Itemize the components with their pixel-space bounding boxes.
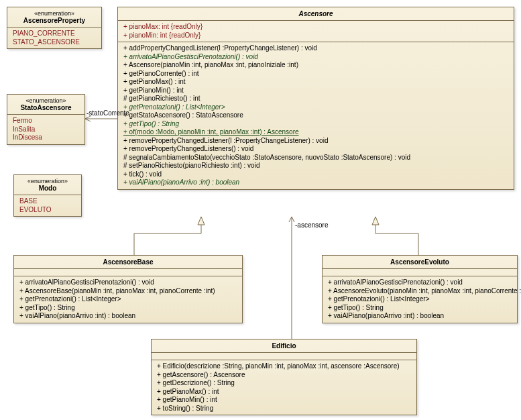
operation: + getPrenotazioni() : List<Integer> [123,103,508,112]
operation: + getPianoMax() : int [123,78,508,87]
class-title: AscensoreEvoluto [323,256,517,268]
operation: + removePropertyChangedListeners() : voi… [123,145,508,154]
enum-ascensore-property: «enumeration» AscensoreProperty PIANO_CO… [7,7,102,49]
operation: + tick() : void [123,170,508,179]
class-operations: + addPropertyChangedListener(l :Property… [118,42,514,189]
class-ascensore-evoluto: AscensoreEvoluto + arrivatoAlPianoGestis… [322,255,518,323]
enum-modo: «enumeration» Modo BASE EVOLUTO [13,174,82,217]
operation: + removePropertyChangedListener(l :Prope… [123,137,508,146]
class-operations: + arrivatoAlPianoGestisciPrenotazioni() … [323,276,517,323]
class-operations: + arrivatoAlPianoGestisciPrenotazioni() … [14,276,242,323]
class-title: Edificio [152,339,416,352]
operation: + getPianoMin() : int [123,87,508,95]
enum-literals: Fermo InSalita InDiscesa [7,115,84,144]
enum-title: «enumeration» AscensoreProperty [7,7,101,27]
operation: # setPianoRichiesto(pianoRichiesto :int)… [123,162,508,170]
operation: + arrivatoAlPianoGestisciPrenotazioni() … [123,53,508,62]
operation: + getStatoAscensore() : StatoAscensore [123,111,508,120]
enum-stato-ascensore: «enumeration» StatoAscensore Fermo InSal… [7,94,85,145]
class-edificio: Edificio + Edificio(descrizione :String,… [151,339,417,415]
operation: + vaiAlPiano(pianoArrivo :int) : boolean [123,178,508,187]
enum-title: «enumeration» Modo [14,175,81,195]
operation: + addPropertyChangedListener(l :Property… [123,44,508,53]
role-stato-corrente: -statoCorrente [86,109,129,117]
operation: + Ascensore(pianoMin :int, pianoMax :int… [123,61,508,70]
gen-ascensorebase-ascensore [134,217,201,255]
operation: # getPianoRichiesto() : int [123,95,508,103]
class-attributes: + pianoMax: int {readOnly} + pianoMin: i… [118,21,514,42]
class-ascensore-base: AscensoreBase + arrivatoAlPianoGestisciP… [13,255,243,323]
gen-ascensoreevoluto-ascensore [375,217,418,255]
operation: # segnalaCambiamentoStato(vecchioStato :… [123,154,508,162]
class-title: AscensoreBase [14,256,242,268]
diagram-canvas: «enumeration» AscensoreProperty PIANO_CO… [0,0,521,420]
class-title: Ascensore [118,7,514,20]
operation: + getTipo() : String [123,120,508,129]
class-ascensore: Ascensore + pianoMax: int {readOnly} + p… [117,7,514,190]
role-ascensore: -ascensore [295,221,328,229]
class-operations: + Edificio(descrizione :String, pianoMin… [152,360,416,415]
operation: + of(modo :Modo, pianoMin :int, pianoMax… [123,128,508,137]
enum-literals: BASE EVOLUTO [14,195,81,216]
enum-title: «enumeration» StatoAscensore [7,95,84,114]
operation: + getPianoCorrente() : int [123,70,508,78]
enum-literals: PIANO_CORRENTE STATO_ASCENSORE [7,28,101,48]
